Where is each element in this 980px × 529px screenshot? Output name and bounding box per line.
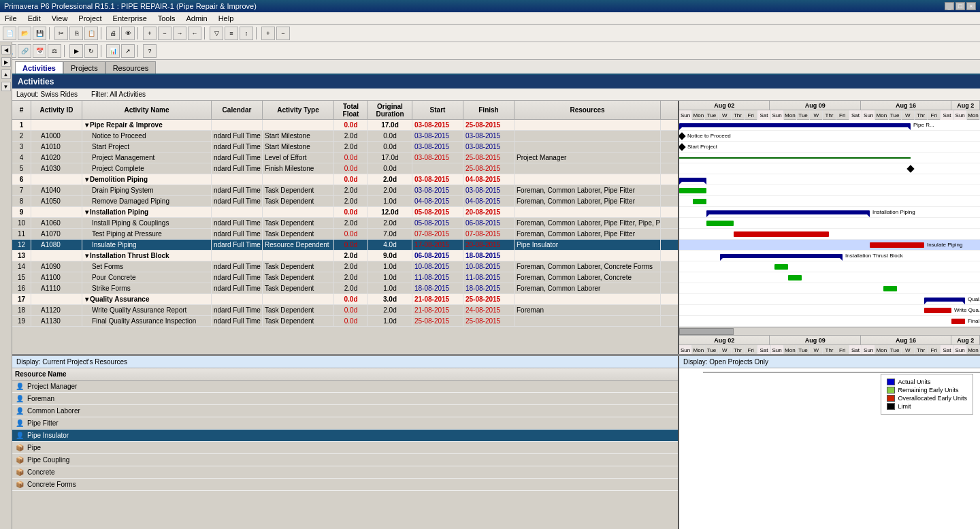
table-row[interactable]: 10 A1060 Install Piping & Couplings ndar… (12, 218, 678, 229)
res-icon: 👤 (15, 394, 24, 404)
link-btn[interactable]: 🔗 (18, 44, 31, 58)
table-row[interactable]: 1 ▾Pipe Repair & Improve 0.0d 17.0d 03-0… (12, 120, 678, 131)
group-btn[interactable]: ≡ (225, 27, 238, 40)
copy-btn[interactable]: ⎘ (69, 27, 83, 40)
table-row[interactable]: 9 ▾Installation Piping 0.0d 12.0d 05-08-… (12, 207, 678, 218)
update-btn[interactable]: ↻ (84, 44, 98, 58)
res-chart-body: Actual Units Remaining Early Units Overa… (679, 368, 980, 529)
menu-admin[interactable]: Admin (184, 14, 209, 23)
col-finish[interactable]: Finish (463, 101, 514, 119)
nav-btn-1[interactable]: ◀ (1, 45, 11, 54)
col-name[interactable]: Activity Name (82, 101, 212, 119)
resource-list-item[interactable]: 👤 Project Manager (12, 381, 678, 393)
indent-btn[interactable]: → (173, 27, 186, 40)
new-btn[interactable]: 📄 (3, 27, 16, 40)
delete-btn[interactable]: − (158, 27, 172, 40)
table-row[interactable]: 12 A1080 Insulate Piping ndard Full Time… (12, 240, 678, 251)
table-row[interactable]: 6 ▾Demolition Piping 0.0d 2.0d 03-08-201… (12, 174, 678, 185)
day-mon: Mon (692, 110, 705, 120)
resource-list-item[interactable]: 👤 Common Laborer (12, 405, 678, 417)
gantt-section: Aug 02 Aug 09 Aug 16 Aug 2 Sun Mon Tue W… (679, 101, 980, 354)
open-btn[interactable]: 📂 (18, 27, 31, 40)
reports-btn[interactable]: 📊 (106, 44, 120, 58)
col-type[interactable]: Activity Type (263, 101, 334, 119)
gantt-scroll-thumb[interactable] (679, 328, 734, 335)
progress-btn[interactable]: ▶ (69, 44, 83, 58)
menu-view[interactable]: View (50, 14, 70, 23)
gantt-bar-loe (679, 157, 911, 159)
menu-file[interactable]: File (3, 14, 19, 23)
table-row[interactable]: 15 A1100 Pour Concrete ndard Full Time T… (12, 272, 678, 283)
zoom-out-btn[interactable]: − (276, 27, 290, 40)
cell-num: 11 (12, 229, 31, 239)
gantt-summary-left-triangle (924, 301, 928, 304)
cell-type (263, 174, 334, 185)
menu-edit[interactable]: Edit (26, 14, 43, 23)
table-row[interactable]: 4 A1020 Project Management ndard Full Ti… (12, 153, 678, 163)
gantt-summary-left-triangle (679, 127, 683, 130)
gantt-row (679, 174, 980, 185)
maximize-button[interactable]: □ (956, 2, 965, 10)
resource-list-item[interactable]: 📦 Concrete Forms (12, 479, 678, 491)
lower-panel: Display: Current Project's Resources Res… (12, 356, 980, 529)
col-cal[interactable]: Calendar (212, 101, 263, 119)
resource-list-item[interactable]: 📦 Pipe Coupling (12, 454, 678, 466)
gantt-bottom-timeline: Aug 02 Aug 09 Aug 16 Aug 2 Sun Mon Tue W… (679, 335, 980, 354)
tab-activities[interactable]: Activities (15, 61, 63, 74)
col-id[interactable]: Activity ID (31, 101, 82, 119)
col-num[interactable]: # (12, 101, 31, 119)
table-row[interactable]: 5 A1030 Project Complete ndard Full Time… (12, 163, 678, 174)
schedule-btn[interactable]: 📅 (33, 44, 46, 58)
save-btn[interactable]: 💾 (33, 27, 46, 40)
tab-projects[interactable]: Projects (63, 61, 105, 74)
nav-btn-2[interactable]: ▶ (1, 57, 11, 67)
tab-resources[interactable]: Resources (105, 61, 157, 74)
cell-num: 3 (12, 142, 31, 152)
menu-project[interactable]: Project (76, 14, 103, 23)
col-float[interactable]: Total Float (334, 101, 368, 119)
paste-btn[interactable]: 📋 (84, 27, 98, 40)
level-btn[interactable]: ⚖ (48, 44, 61, 58)
legend-limit: Limit (887, 403, 967, 410)
add-btn[interactable]: + (143, 27, 157, 40)
table-row[interactable]: 11 A1070 Test Piping at Pressure ndard F… (12, 229, 678, 240)
table-row[interactable]: 8 A1050 Remove Damaged Piping ndard Full… (12, 196, 678, 207)
col-start[interactable]: Start (412, 101, 463, 119)
cell-dur: 2.0d (368, 305, 412, 315)
col-res[interactable]: Resources (514, 101, 661, 119)
table-row[interactable]: 19 A1130 Final Quality Assurance Inspect… (12, 316, 678, 327)
table-row[interactable]: 16 A1110 Strike Forms ndard Full Time Ta… (12, 283, 678, 294)
filter-btn[interactable]: ▽ (210, 27, 223, 40)
table-row[interactable]: 18 A1120 Write Quality Assurance Report … (12, 305, 678, 316)
table-row[interactable]: 17 ▾Quality Assurance 0.0d 3.0d 21-08-20… (12, 294, 678, 305)
resource-list-item[interactable]: 📦 Pipe (12, 442, 678, 454)
help-btn[interactable]: ? (143, 44, 157, 58)
resource-list-item[interactable]: 👤 Foreman (12, 393, 678, 405)
table-row[interactable]: 7 A1040 Drain Piping System ndard Full T… (12, 185, 678, 196)
menu-help[interactable]: Help (216, 14, 236, 23)
close-button[interactable]: × (966, 2, 976, 10)
minimize-button[interactable]: _ (945, 2, 954, 10)
print-preview-btn[interactable]: 👁 (121, 27, 135, 40)
nav-btn-4[interactable]: ▼ (1, 82, 11, 91)
export-btn[interactable]: ↗ (121, 44, 135, 58)
table-row[interactable]: 14 A1090 Set Forms ndard Full Time Task … (12, 261, 678, 272)
menu-tools[interactable]: Tools (156, 14, 178, 23)
table-row[interactable]: 3 A1010 Start Project ndard Full Time St… (12, 142, 678, 153)
gantt-scroll[interactable] (679, 327, 980, 335)
sort-btn[interactable]: ↕ (240, 27, 253, 40)
outdent-btn[interactable]: ← (188, 27, 201, 40)
zoom-in-btn[interactable]: + (261, 27, 275, 40)
col-dur[interactable]: Original Duration (368, 101, 412, 119)
menu-enterprise[interactable]: Enterprise (111, 14, 149, 23)
cell-type (263, 251, 334, 261)
table-row[interactable]: 2 A1000 Notice to Proceed ndard Full Tim… (12, 131, 678, 142)
resource-list-item[interactable]: 📦 Concrete (12, 466, 678, 479)
cut-btn[interactable]: ✂ (54, 27, 68, 40)
legend-overalloc-color (887, 395, 895, 402)
table-row[interactable]: 13 ▾Installation Thrust Block 2.0d 9.0d … (12, 251, 678, 261)
resource-list-item[interactable]: 👤 Pipe Insulator (12, 430, 678, 442)
print-btn[interactable]: 🖨 (106, 27, 120, 40)
resource-list-item[interactable]: 👤 Pipe Fitter (12, 417, 678, 430)
nav-btn-3[interactable]: ▲ (1, 69, 11, 79)
